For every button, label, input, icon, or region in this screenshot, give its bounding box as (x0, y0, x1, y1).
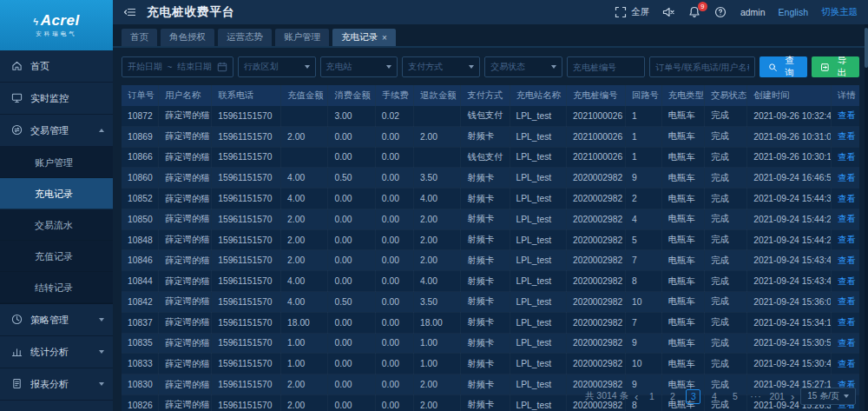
cell: 电瓶车 (661, 271, 704, 292)
sidebar-subitem[interactable]: 结转记录 (0, 272, 113, 303)
cell: 2021000026 (566, 147, 625, 168)
cell: 2020002982 (566, 354, 625, 375)
cell: 2.00 (414, 209, 461, 229)
page-button[interactable]: 201 (769, 389, 785, 404)
view-link[interactable]: 查看 (838, 359, 856, 368)
column-header: 充电类型 (661, 85, 704, 106)
cell: 0.00 (328, 271, 375, 292)
sidebar-item-2[interactable]: 交易管理 (0, 115, 113, 147)
view-link[interactable]: 查看 (838, 110, 856, 120)
filter-bar: 开始日期 ~ 结束日期 行政区划充电站支付方式交易状态 查询 导出 (122, 54, 859, 80)
page-button[interactable]: 2 (665, 389, 680, 404)
filter-select[interactable]: 行政区划 (238, 56, 316, 77)
sidebar-item-4[interactable]: 统计分析 (0, 336, 113, 368)
collapse-menu-icon[interactable] (123, 6, 136, 19)
tab-3[interactable]: 账户管理 (275, 29, 329, 46)
sidebar-subitem[interactable]: 充值记录 (0, 241, 113, 272)
filter-select[interactable]: 充电站 (320, 56, 398, 77)
page-size-select[interactable]: 15 条/页 (800, 388, 856, 405)
tab-0[interactable]: 首页 (122, 29, 157, 46)
cell: 2.00 (281, 126, 328, 147)
cell-detail: 查看 (832, 147, 859, 168)
cell: 薛定谔的猫 (158, 271, 211, 292)
tab-1[interactable]: 角色授权 (161, 29, 214, 46)
table-row: 10860薛定谔的猫159611515704.000.500.003.50射频卡… (122, 168, 859, 189)
cell: 18.00 (281, 312, 328, 333)
cell: 10 (625, 292, 661, 313)
filter-input-0[interactable] (567, 56, 645, 77)
cell: 钱包支付 (461, 147, 510, 168)
page-button[interactable]: 4 (707, 389, 721, 404)
scrollbar[interactable] (865, 24, 868, 411)
view-link[interactable]: 查看 (838, 194, 856, 203)
next-page-button[interactable]: › (791, 391, 794, 402)
sidebar-item-label: 首页 (30, 60, 104, 73)
search-button[interactable]: 查询 (760, 56, 807, 77)
cell: 15961151570 (212, 147, 281, 168)
filter-select[interactable]: 交易状态 (484, 56, 562, 77)
cell: 4.00 (281, 292, 328, 313)
language-toggle[interactable]: English (779, 7, 808, 17)
tab-2[interactable]: 运营态势 (218, 29, 272, 46)
view-link[interactable]: 查看 (838, 131, 856, 141)
view-link[interactable]: 查看 (838, 214, 856, 223)
view-link[interactable]: 查看 (838, 317, 856, 327)
filter-input-1[interactable] (649, 56, 755, 77)
page-button[interactable]: 1 (644, 389, 659, 404)
filter-select[interactable]: 支付方式 (402, 56, 480, 77)
prev-page-button[interactable]: ‹ (635, 391, 638, 402)
help-icon[interactable] (714, 6, 727, 19)
mute-icon[interactable] (662, 6, 675, 19)
sidebar-subitem[interactable]: 交易流水 (0, 209, 113, 241)
user-menu[interactable]: admin (740, 7, 766, 17)
page-button[interactable]: 5 (727, 389, 742, 404)
date-range-picker[interactable]: 开始日期 ~ 结束日期 (122, 56, 233, 77)
view-link[interactable]: 查看 (838, 152, 856, 162)
chevron-down-icon (305, 65, 310, 69)
cell: 2021000026 (566, 126, 625, 147)
page-ellipsis: ··· (748, 389, 763, 404)
sidebar-item-3[interactable]: 策略管理 (0, 304, 113, 336)
view-link[interactable]: 查看 (838, 296, 856, 306)
sidebar-item-6[interactable]: 隐患管理 (0, 401, 113, 411)
view-link[interactable]: 查看 (838, 173, 856, 182)
total-count: 共 3014 条 (585, 390, 628, 402)
page-button[interactable]: 3 (686, 389, 700, 404)
view-link[interactable]: 查看 (838, 276, 856, 286)
cell: 4.00 (414, 271, 461, 292)
sidebar-item-5[interactable]: 报表分析 (0, 368, 113, 401)
monitor-icon (11, 92, 23, 104)
cell: 薛定谔的猫 (158, 106, 211, 126)
tab-4[interactable]: 充电记录× (332, 29, 396, 46)
cell: 2.00 (281, 250, 328, 271)
cell: 电瓶车 (661, 189, 704, 209)
cell: 0.00 (328, 209, 375, 229)
cell-detail: 查看 (832, 168, 859, 189)
view-link[interactable]: 查看 (838, 338, 856, 348)
notifications-button[interactable]: 9 (688, 6, 701, 19)
cell: LPL_test (510, 312, 566, 333)
cell: 15961151570 (212, 292, 281, 313)
cell: 15961151570 (212, 250, 281, 271)
fullscreen-button[interactable]: 全屏 (615, 6, 649, 19)
cell: 1 (625, 147, 661, 168)
sidebar-item-0[interactable]: 首页 (0, 50, 113, 83)
cell: 2021-09-24 15:43:42 (747, 271, 832, 292)
table-row: 10837薛定谔的猫1596115157018.000.000.0018.00射… (122, 312, 859, 333)
sidebar-item-1[interactable]: 实时监控 (0, 83, 113, 115)
export-button[interactable]: 导出 (812, 56, 859, 77)
view-link[interactable]: 查看 (838, 255, 856, 265)
cell: 完成 (704, 229, 746, 250)
close-tab-icon[interactable]: × (382, 33, 387, 43)
cell: 0.00 (328, 354, 375, 375)
sidebar-subitem[interactable]: 充电记录 (0, 178, 113, 209)
tab-label: 充电记录 (341, 31, 378, 43)
cell: 电瓶车 (661, 126, 704, 147)
cell: 2021-09-24 15:30:45 (747, 354, 832, 375)
cell: 2020002982 (566, 292, 625, 313)
theme-toggle[interactable]: 切换主题 (821, 6, 858, 18)
view-link[interactable]: 查看 (838, 235, 856, 244)
cell: 15961151570 (212, 229, 281, 250)
sidebar-subitem[interactable]: 账户管理 (0, 147, 113, 178)
cell: LPL_test (510, 250, 566, 271)
